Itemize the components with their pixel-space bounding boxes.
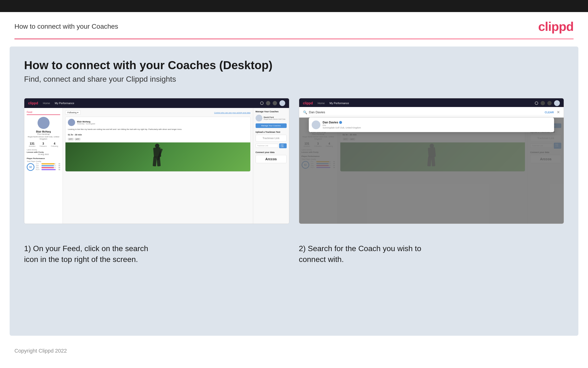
quality-circle: 92 [27, 163, 35, 171]
quality-section: 92 OTT 90 APP 85 [27, 163, 60, 171]
bar-arg: ARG 86 [36, 167, 60, 168]
mock-nav-perf-2: My Performance [330, 102, 349, 105]
bar-putt: PUTT 96 [36, 169, 60, 170]
arccos-brand: Arccos [256, 155, 287, 163]
clippd-logo: clippd [538, 19, 574, 34]
profile-handicap: Plus Handicap [27, 133, 60, 135]
search-input-text[interactable]: Dan Davies [309, 110, 545, 114]
search-bar-overlay: 🔍 Dan Davies CLEAR ✕ [299, 107, 564, 118]
profile-avatar [37, 117, 50, 129]
stat-following: 4 Following [51, 142, 58, 147]
following-bar: Following ▾ Control who can see your act… [65, 110, 251, 115]
top-bar [0, 0, 588, 12]
result-badge-label: Pro [323, 124, 361, 127]
post-text: Looking to feel like my hands are exitin… [65, 128, 250, 133]
latest-date: 03 Aug 2022 [27, 153, 60, 156]
bar-ott: OTT 90 [36, 163, 60, 165]
post-duration: 01 hr : 30 min [65, 133, 250, 138]
mock-logo-2: clippd [303, 101, 313, 105]
mock-app-2: clippd Home My Performance Feed [299, 98, 564, 224]
trackman-title: Upload a Trackman Test [256, 131, 287, 133]
latest-activity-val: Lesson with Fordy [27, 151, 60, 153]
post-avatar [68, 119, 75, 126]
profile-name: Blair McHarg [27, 130, 60, 133]
header: How to connect with your Coaches clippd [0, 12, 588, 38]
coach-avatar [256, 115, 262, 121]
search-result-item[interactable]: Dan Davies Pro Sunningdale Golf Club, Un… [312, 120, 551, 129]
search-icon-2[interactable] [535, 101, 538, 105]
mock-nav-home-2: Home [318, 102, 325, 105]
screenshot-1: clippd Home My Performance Feed [24, 98, 289, 224]
mock-logo: clippd [28, 101, 38, 105]
trackman-link-box: Trackman Link [256, 135, 287, 142]
profile-club: Royal North Devon Golf Club, United King… [27, 136, 60, 140]
coach-club: Royal North Devon Golf Club [264, 118, 285, 120]
coach-name: David Ford [264, 116, 285, 118]
mock-left-panel: Feed Blair McHarg Plus Handicap Royal No… [24, 108, 63, 224]
screenshot-2: clippd Home My Performance Feed [299, 98, 564, 224]
step-labels-row: 1) On your Feed, click on the searchicon… [24, 236, 564, 270]
mock-nav-performance: My Performance [55, 102, 74, 105]
settings-icon[interactable] [273, 101, 277, 105]
mock-nav-2: clippd Home My Performance [299, 98, 564, 108]
golfer-figure [148, 144, 167, 170]
mock-middle-panel: Following ▾ Control who can see your act… [63, 108, 253, 224]
main-content: How to connect with your Coaches (Deskto… [10, 46, 578, 336]
coach-item-david: David Ford Royal North Devon Golf Club [256, 115, 287, 121]
manage-coaches-button[interactable]: Manage Your Coaches [256, 123, 287, 128]
main-subheading: Find, connect and share your Clippd insi… [24, 75, 564, 84]
step2-label: 2) Search for the Coach you wish toconne… [299, 236, 564, 270]
result-name: Dan Davies [323, 121, 338, 124]
stat-activities: 131 Activities [29, 142, 36, 147]
post-author-name: Blair McHarg [77, 120, 95, 123]
mock-nav-1: clippd Home My Performance [24, 98, 289, 108]
footer: Copyright Clippd 2022 [0, 343, 588, 359]
post-header: Blair McHarg Yesterday · Sunningdale [65, 117, 250, 128]
coaches-title: Manage Your Coaches [256, 110, 287, 113]
mock-nav-home: Home [43, 102, 50, 105]
mock-body-1: Feed Blair McHarg Plus Handicap Royal No… [24, 108, 289, 224]
page-title: How to connect with your Coaches [14, 23, 118, 30]
settings-icon-2[interactable] [547, 101, 552, 105]
trackman-input-row: Trackman Link Add Link [256, 143, 287, 149]
search-close-button[interactable]: ✕ [557, 110, 560, 114]
control-link[interactable]: Control who can see your activity and da… [214, 111, 251, 114]
step2-label-container: 2) Search for the Coach you wish toconne… [299, 236, 564, 270]
header-divider [14, 38, 574, 39]
trackman-input[interactable]: Trackman Link [256, 144, 278, 148]
feed-label: Feed [27, 111, 60, 115]
tag-app: APP [75, 138, 80, 140]
quality-label: Total Player Quality [27, 160, 60, 162]
main-heading: How to connect with your Coaches (Deskto… [24, 59, 564, 72]
search-icon-overlay: 🔍 [303, 110, 307, 114]
search-clear-button[interactable]: CLEAR [545, 111, 554, 114]
search-result-dropdown: Dan Davies Pro Sunningdale Golf Club, Un… [309, 118, 554, 132]
add-link-button[interactable]: Add Link [279, 143, 287, 148]
post-tags: OTT APP [65, 138, 250, 142]
user-icon[interactable] [266, 101, 270, 105]
profile-stats: 131 Activities 3 Followers 4 Following [27, 142, 60, 147]
perf-title: Player Performance [27, 157, 60, 159]
result-club: Sunningdale Golf Club, United Kingdom [323, 127, 361, 129]
stat-followers: 3 Followers [40, 142, 47, 147]
mock-nav-icons [260, 100, 285, 106]
search-backdrop [299, 118, 564, 224]
avatar-icon[interactable] [280, 100, 285, 106]
copyright-text: Copyright Clippd 2022 [14, 348, 67, 354]
user-icon-2[interactable] [541, 101, 545, 105]
result-pro-badge [339, 121, 342, 124]
mock-app-1: clippd Home My Performance Feed [24, 98, 289, 224]
tag-off: OTT [68, 138, 74, 140]
search-icon[interactable] [260, 101, 263, 105]
post-image [65, 142, 250, 171]
post-card: Blair McHarg Yesterday · Sunningdale Loo… [65, 117, 251, 172]
golfer-leg-left [153, 157, 157, 166]
result-avatar [312, 120, 320, 129]
quality-bars: OTT 90 APP 85 ARG [36, 163, 60, 171]
latest-activity-label: Latest Activity [27, 149, 60, 151]
following-button[interactable]: Following ▾ [65, 110, 81, 115]
screenshots-row: clippd Home My Performance Feed [24, 98, 564, 224]
avatar-icon-2[interactable] [554, 100, 560, 106]
bar-app: APP 85 [36, 165, 60, 166]
step1-label: 1) On your Feed, click on the searchicon… [24, 236, 289, 270]
